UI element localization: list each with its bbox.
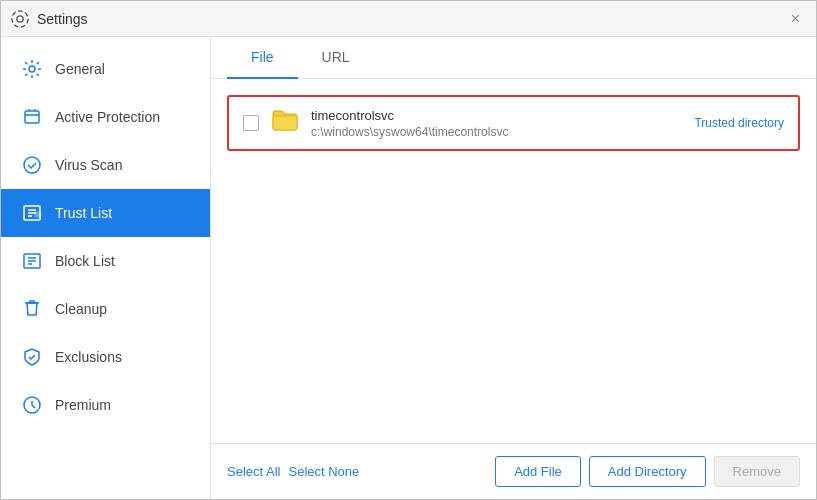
svg-point-0 — [17, 15, 23, 21]
main-content: General Active Protection — [1, 37, 816, 499]
sidebar: General Active Protection — [1, 37, 211, 499]
footer: Select All Select None Add File Add Dire… — [211, 443, 816, 499]
sidebar-label-premium: Premium — [55, 397, 111, 413]
select-none-link[interactable]: Select None — [288, 464, 359, 479]
item-badge: Trusted directory — [694, 116, 784, 130]
sidebar-item-active-protection[interactable]: Active Protection — [1, 93, 210, 141]
sidebar-label-virus-scan: Virus Scan — [55, 157, 122, 173]
svg-rect-6 — [35, 212, 40, 217]
titlebar-left: Settings — [11, 10, 88, 28]
svg-point-1 — [12, 10, 28, 26]
list-area: timecontrolsvc c:\windows\syswow64\timec… — [211, 79, 816, 443]
remove-button: Remove — [714, 456, 800, 487]
general-icon — [21, 58, 43, 80]
trust-list-icon — [21, 202, 43, 224]
active-protection-icon — [21, 106, 43, 128]
list-item: timecontrolsvc c:\windows\syswow64\timec… — [227, 95, 800, 151]
titlebar: Settings × — [1, 1, 816, 37]
tabs: File URL — [211, 37, 816, 79]
sidebar-item-block-list[interactable]: Block List — [1, 237, 210, 285]
add-directory-button[interactable]: Add Directory — [589, 456, 706, 487]
close-button[interactable]: × — [785, 7, 806, 31]
sidebar-item-general[interactable]: General — [1, 45, 210, 93]
sidebar-item-trust-list[interactable]: Trust List — [1, 189, 210, 237]
svg-point-2 — [29, 66, 35, 72]
item-name: timecontrolsvc — [311, 108, 682, 123]
svg-point-4 — [24, 157, 40, 173]
sidebar-label-active-protection: Active Protection — [55, 109, 160, 125]
select-all-link[interactable]: Select All — [227, 464, 280, 479]
svg-rect-3 — [25, 111, 39, 123]
sidebar-label-exclusions: Exclusions — [55, 349, 122, 365]
item-info: timecontrolsvc c:\windows\syswow64\timec… — [311, 108, 682, 139]
premium-icon — [21, 394, 43, 416]
settings-window: Settings × General — [0, 0, 817, 500]
sidebar-item-cleanup[interactable]: Cleanup — [1, 285, 210, 333]
window-title: Settings — [37, 11, 88, 27]
virus-scan-icon — [21, 154, 43, 176]
settings-icon — [11, 10, 29, 28]
sidebar-item-virus-scan[interactable]: Virus Scan — [1, 141, 210, 189]
sidebar-item-premium[interactable]: Premium — [1, 381, 210, 429]
tab-url[interactable]: URL — [298, 37, 374, 79]
sidebar-item-exclusions[interactable]: Exclusions — [1, 333, 210, 381]
item-path: c:\windows\syswow64\timecontrolsvc — [311, 125, 682, 139]
sidebar-label-cleanup: Cleanup — [55, 301, 107, 317]
exclusions-icon — [21, 346, 43, 368]
sidebar-label-general: General — [55, 61, 105, 77]
item-checkbox[interactable] — [243, 115, 259, 131]
folder-icon — [271, 107, 299, 139]
tab-file[interactable]: File — [227, 37, 298, 79]
cleanup-icon — [21, 298, 43, 320]
sidebar-label-block-list: Block List — [55, 253, 115, 269]
block-list-icon — [21, 250, 43, 272]
footer-links: Select All Select None — [227, 464, 359, 479]
add-file-button[interactable]: Add File — [495, 456, 581, 487]
content-area: File URL timecontrolsvc c:\windows\sy — [211, 37, 816, 499]
footer-buttons: Add File Add Directory Remove — [495, 456, 800, 487]
sidebar-label-trust-list: Trust List — [55, 205, 112, 221]
